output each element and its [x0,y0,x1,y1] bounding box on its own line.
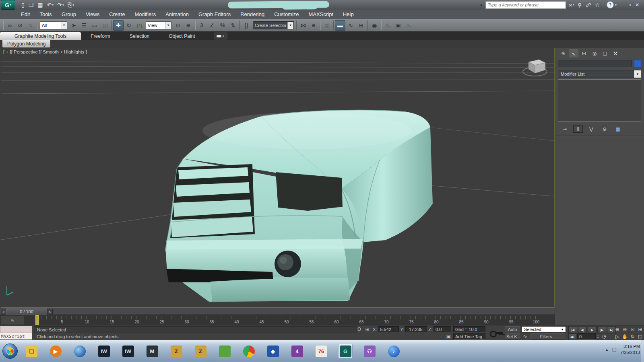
previous-frame-button[interactable]: ◀| [578,326,587,333]
create-tab[interactable]: ✳ [558,49,568,58]
x-coordinate-field[interactable]: 5.542 [378,326,399,332]
graphite-ribbon-toggle[interactable]: ▬ [335,20,345,31]
taskbar-explorer[interactable]: ❏ [24,344,39,358]
display-tab[interactable]: ▢ [600,49,610,58]
taskbar-chat-app[interactable] [217,344,232,358]
key-filters-button[interactable]: Filters... [530,333,565,339]
time-slider-handle[interactable]: 0 / 100 [6,309,47,315]
viewcube[interactable] [523,60,547,76]
taskbar-chrome[interactable] [242,344,256,358]
rectangular-selection-region-button[interactable]: ▭ [89,20,100,31]
save-file-button[interactable]: ▦ [36,1,44,9]
open-mini-curve-editor-button[interactable]: ∿ [1,316,24,325]
menu-item[interactable]: Rendering [235,11,269,17]
next-frame-button[interactable]: |▶ [597,326,606,333]
menu-item[interactable]: Group [57,11,81,17]
rendered-frame-window-button[interactable]: ▣ [393,20,403,31]
communication-center-icon[interactable]: ☍ [586,2,591,8]
taskbar-z-app-2[interactable]: Z [193,344,208,358]
select-and-rotate-button[interactable]: ↻ [124,20,134,31]
select-and-scale-button[interactable]: ◰ [134,20,144,31]
show-desktop-button[interactable] [641,340,644,362]
taskbar-z-app-1[interactable]: Z [169,344,184,358]
help-dropdown-arrow[interactable]: ▾ [615,3,617,7]
select-and-link-button[interactable]: ∞ [4,20,15,31]
perspective-viewport[interactable]: [ + ][ Perspective ][ Smooth + Highlight… [1,48,555,308]
undo-button[interactable]: ↶▾ [46,1,55,9]
taskbar-iw-app-1[interactable]: IW [97,344,111,358]
modify-tab[interactable]: ∿ [569,49,578,58]
zoom-extents-all-button[interactable]: ⊞ [636,326,644,333]
viewport-label[interactable]: [ + ][ Perspective ][ Smooth + Highlight… [3,49,87,54]
menu-item[interactable]: Edit [16,11,35,17]
macro-recorder-field[interactable] [0,326,32,333]
frame-spinner[interactable]: ▲▼ [596,333,600,339]
menu-item[interactable]: Help [338,11,359,17]
mirror-button[interactable]: ⋈ [298,20,308,31]
select-object-button[interactable]: ➤ [68,20,79,31]
infocenter-collapse-arrow[interactable]: ▸ [481,3,483,7]
make-unique-button[interactable]: ⋁ [586,125,596,133]
edit-named-selection-sets-button[interactable]: {} [241,20,252,31]
set-key-button[interactable]: Set K. [505,333,520,339]
taskbar-firefox[interactable] [72,344,87,358]
close-button[interactable]: ✕ [635,2,639,8]
taskbar-3dsmax[interactable]: G [338,344,353,358]
time-slider-prev-button[interactable]: < [1,309,6,315]
orbit-button[interactable]: ↻ [629,333,636,340]
auto-key-button[interactable]: Auto [505,326,520,332]
taskbar-share-app[interactable]: ⚇ [362,344,377,358]
track-bar-ruler[interactable]: 0510152025303540455055606570758085909510… [25,315,555,325]
select-by-name-button[interactable]: ☰ [79,20,89,31]
material-editor-button[interactable]: ◉ [369,20,380,31]
taskbar-76-app[interactable]: 76 [314,344,328,358]
time-configuration-button[interactable]: ◷ [601,333,608,339]
remove-modifier-button[interactable]: ⊖ [600,125,609,133]
restore-button[interactable]: ▫ [630,2,631,8]
zoom-button[interactable]: ⊕ [613,326,621,333]
use-pivot-point-center-button[interactable]: ⊙ [173,20,183,31]
hierarchy-tab[interactable]: ⊟ [579,49,589,58]
tab-freeform[interactable]: Freeform [81,32,120,40]
align-button[interactable]: ≡ [308,20,319,31]
object-color-swatch[interactable] [634,60,641,67]
taskbar-blue-app[interactable]: ◆ [266,344,280,358]
percent-snap-toggle[interactable]: % [217,20,228,31]
menu-item[interactable]: Create [104,11,130,17]
play-button[interactable]: ▶ [588,326,597,333]
start-button[interactable] [2,343,18,359]
tray-network-icon[interactable]: ▢ [612,347,617,352]
zoom-extents-button[interactable]: ⊡ [629,326,636,333]
pin-stack-button[interactable]: ⊸ [560,125,570,133]
menu-item[interactable]: Customize [269,11,303,17]
selection-filter-dropdown[interactable]: All▼ [40,21,67,29]
bind-to-space-warp-button[interactable]: ≈ [25,20,36,31]
select-and-move-button[interactable]: ✚ [113,20,124,31]
named-selection-set-dropdown[interactable]: Create Selection S▼ [253,21,294,29]
menu-item[interactable]: Modifiers [130,11,161,17]
curve-editor-button[interactable]: ∿ [345,20,356,31]
subscription-key-icon[interactable]: ⚲ [578,2,582,8]
model-truck-hood[interactable] [165,110,433,302]
z-coordinate-field[interactable]: 0.0 [433,326,451,332]
schematic-view-button[interactable]: ⊞ [356,20,366,31]
show-end-result-button[interactable]: ‖ [573,125,583,133]
tab-selection[interactable]: Selection [120,32,159,40]
tray-expand-icon[interactable]: ▲ [605,348,609,352]
reference-coordinate-dropdown[interactable]: View▼ [146,21,171,29]
modifier-stack-list[interactable] [558,79,641,122]
pan-zoom-button[interactable]: ▷ [613,333,621,340]
application-menu-button[interactable]: G▾ [1,0,15,10]
configure-modifier-sets-button[interactable]: ▦ [613,125,623,133]
absolute-mode-icon[interactable]: ⊞ [364,326,371,333]
taskbar-clock[interactable]: 3:16 PM 7/25/2013 [620,343,640,356]
select-and-manipulate-button[interactable]: ⊕ [183,20,194,31]
key-filter-curve-icon[interactable]: ∿ [522,333,528,339]
snaps-toggle-button[interactable]: 3 [196,20,207,31]
selection-set-key-dropdown[interactable]: Selected▼ [522,326,566,333]
tab-graphite-modeling-tools[interactable]: Graphite Modeling Tools [0,32,81,40]
object-name-field[interactable] [558,60,632,67]
taskbar-itunes[interactable]: ♪ [386,344,401,358]
layer-manager-button[interactable]: ≣ [322,20,332,31]
window-crossing-toggle[interactable]: ◫ [100,20,110,31]
